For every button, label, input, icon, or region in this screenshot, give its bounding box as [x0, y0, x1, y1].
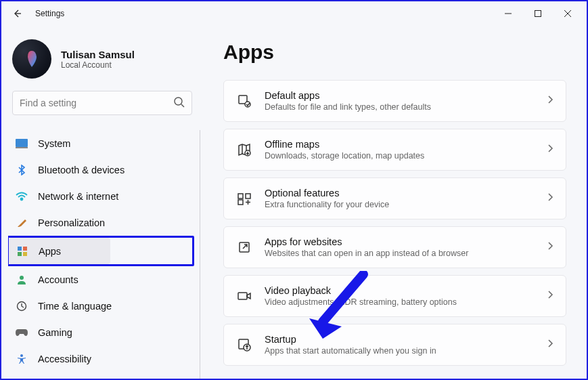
svg-rect-23	[238, 293, 247, 299]
chevron-right-icon	[547, 95, 553, 107]
minimize-button[interactable]	[493, 3, 523, 24]
titlebar: Settings	[1, 1, 587, 26]
nav-label: Personalization	[38, 217, 105, 228]
video-icon	[236, 288, 252, 304]
card-optional-features[interactable]: Optional features Extra functionality fo…	[223, 177, 566, 219]
svg-point-13	[20, 276, 24, 280]
nav-item-accessibility[interactable]: Accessibility	[8, 345, 194, 372]
svg-line-5	[181, 104, 184, 107]
svg-point-4	[175, 98, 182, 105]
nav-label: System	[38, 138, 70, 149]
nav-item-system[interactable]: System	[8, 130, 194, 156]
apps-highlight-annotation: Apps	[8, 236, 194, 266]
minimize-icon	[505, 10, 512, 17]
startup-icon	[236, 337, 252, 353]
nav-item-gaming[interactable]: Gaming	[8, 319, 194, 345]
nav-item-network[interactable]: Network & internet	[8, 183, 194, 209]
search-input[interactable]	[12, 91, 192, 115]
monitor-icon	[15, 137, 28, 150]
card-subtitle: Downloads, storage location, map updates	[265, 151, 535, 161]
avatar	[12, 39, 51, 79]
brush-icon	[15, 216, 28, 230]
wifi-icon	[15, 190, 28, 203]
card-startup[interactable]: Startup Apps that start automatically wh…	[223, 324, 566, 366]
clock-icon	[15, 299, 28, 313]
card-apps-for-websites[interactable]: Apps for websites Websites that can open…	[223, 226, 566, 268]
card-subtitle: Video adjustments, HDR streaming, batter…	[265, 297, 535, 307]
card-offline-maps[interactable]: Offline maps Downloads, storage location…	[223, 129, 566, 171]
card-default-apps[interactable]: Default apps Defaults for file and link …	[223, 80, 566, 122]
svg-rect-19	[238, 194, 243, 198]
card-video-playback[interactable]: Video playback Video adjustments, HDR st…	[223, 275, 566, 317]
nav-label: Apps	[39, 246, 61, 257]
svg-rect-7	[16, 147, 28, 148]
nav-label: Gaming	[38, 327, 72, 338]
profile-block[interactable]: Tulisan Samsul Local Account	[8, 37, 196, 91]
svg-rect-1	[535, 11, 541, 17]
sidebar: Tulisan Samsul Local Account System Blue…	[1, 26, 203, 379]
page-title: Apps	[223, 41, 566, 64]
svg-point-8	[21, 198, 23, 200]
card-title: Default apps	[265, 90, 535, 101]
back-button[interactable]	[5, 4, 28, 23]
nav-item-accounts[interactable]: Accounts	[8, 266, 194, 293]
open-external-icon	[236, 239, 252, 255]
nav-item-personalization[interactable]: Personalization	[8, 209, 194, 236]
main-content: Apps Default apps Defaults for file and …	[203, 26, 587, 379]
nav-list: System Bluetooth & devices Network & int…	[8, 130, 200, 379]
svg-rect-12	[23, 252, 27, 256]
nav-label: Accounts	[38, 274, 78, 285]
window-controls	[493, 3, 583, 24]
default-apps-icon	[236, 93, 252, 109]
window-title: Settings	[35, 9, 64, 18]
nav-label: Bluetooth & devices	[38, 165, 125, 175]
profile-name: Tulisan Samsul	[61, 49, 135, 60]
maximize-icon	[535, 10, 541, 17]
card-title: Video playback	[265, 285, 535, 296]
apps-icon	[16, 245, 29, 258]
card-subtitle: Websites that can open in an app instead…	[265, 249, 535, 258]
features-icon	[236, 190, 252, 207]
svg-point-15	[20, 354, 23, 357]
chevron-right-icon	[547, 339, 553, 351]
nav-item-apps[interactable]: Apps	[9, 238, 110, 264]
card-subtitle: Extra functionality for your device	[265, 200, 535, 209]
card-title: Optional features	[265, 188, 535, 198]
card-subtitle: Defaults for file and link types, other …	[265, 102, 535, 112]
arrow-left-icon	[12, 8, 22, 19]
card-title: Offline maps	[265, 139, 535, 150]
nav-label: Time & language	[38, 301, 112, 312]
nav-item-bluetooth[interactable]: Bluetooth & devices	[8, 156, 194, 183]
bluetooth-icon	[15, 163, 28, 177]
chevron-right-icon	[547, 144, 553, 156]
profile-account-type: Local Account	[61, 60, 135, 70]
nav-label: Network & internet	[38, 191, 118, 202]
svg-rect-10	[23, 247, 27, 251]
chevron-right-icon	[547, 241, 553, 253]
accessibility-icon	[15, 352, 28, 366]
svg-rect-20	[246, 194, 250, 198]
chevron-right-icon	[547, 290, 553, 302]
svg-rect-9	[18, 247, 22, 251]
svg-rect-11	[18, 252, 22, 256]
svg-rect-6	[16, 139, 28, 147]
avatar-icon	[20, 47, 43, 70]
search-container	[12, 91, 192, 115]
nav-label: Accessibility	[38, 354, 91, 364]
map-icon	[236, 142, 252, 158]
gamepad-icon	[15, 326, 28, 339]
close-icon	[564, 10, 571, 17]
maximize-button[interactable]	[523, 3, 553, 24]
svg-rect-21	[238, 200, 243, 205]
close-button[interactable]	[553, 3, 583, 24]
card-subtitle: Apps that start automatically when you s…	[265, 346, 535, 356]
nav-item-time[interactable]: Time & language	[8, 293, 194, 319]
search-icon	[173, 96, 185, 111]
card-title: Startup	[265, 334, 535, 345]
chevron-right-icon	[547, 192, 553, 205]
person-icon	[15, 273, 28, 287]
card-title: Apps for websites	[265, 236, 535, 247]
